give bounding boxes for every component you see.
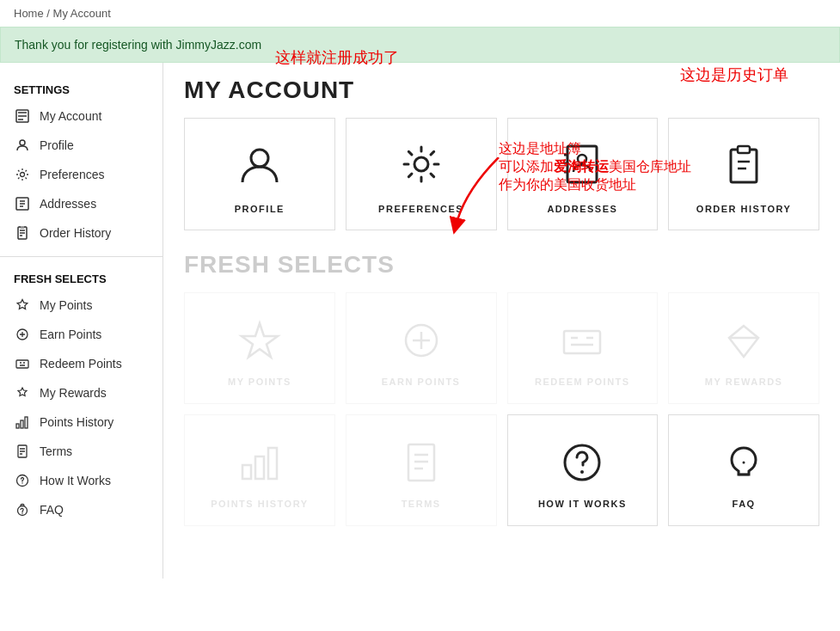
card-preferences[interactable]: PREFERENCES	[346, 118, 497, 230]
card-addresses[interactable]: ADDRESSES	[507, 118, 659, 230]
card-label-earn-points: EARN POINTS	[382, 377, 461, 387]
order-history-icon	[14, 224, 31, 242]
person-icon	[238, 143, 281, 192]
sidebar-label-how-it-works: How It Works	[40, 474, 111, 487]
sidebar-item-preferences[interactable]: Preferences	[0, 160, 162, 189]
card-label-redeem-points: REDEEM POINTS	[535, 377, 630, 387]
sidebar-item-earn-points[interactable]: Earn Points	[0, 320, 162, 349]
document-icon	[400, 441, 443, 487]
svg-point-13	[21, 482, 22, 483]
rewards-icon	[14, 384, 31, 401]
svg-rect-25	[255, 456, 264, 479]
sidebar-label-order-history: Order History	[40, 226, 111, 240]
profile-icon	[14, 137, 31, 154]
sidebar-label-my-account: My Account	[40, 109, 101, 123]
sidebar-item-my-rewards[interactable]: My Rewards	[0, 378, 162, 407]
redeem-icon	[14, 355, 31, 372]
sidebar-label-preferences: Preferences	[40, 168, 104, 181]
sidebar-label-addresses: Addresses	[40, 197, 96, 211]
sidebar-label-my-rewards: My Rewards	[40, 386, 107, 400]
sidebar-label-my-points: My Points	[40, 298, 92, 312]
settings-section-title: SETTINGS	[0, 77, 162, 101]
svg-point-15	[21, 513, 22, 514]
svg-point-19	[578, 155, 586, 163]
card-redeem-points[interactable]: REDEEM POINTS	[507, 292, 659, 404]
svg-rect-20	[731, 150, 757, 182]
sidebar-item-profile[interactable]: Profile	[0, 131, 162, 160]
svg-rect-26	[268, 448, 277, 479]
sidebar-item-my-account[interactable]: My Account	[0, 101, 162, 131]
sidebar-divider	[0, 256, 162, 257]
card-order-history[interactable]: ORDER HISTORY	[668, 118, 819, 230]
card-my-points[interactable]: MY POINTS	[184, 292, 335, 404]
card-label-my-rewards: MY REWARDS	[705, 377, 783, 387]
card-profile[interactable]: PROFILE	[184, 118, 335, 230]
how-it-works-icon	[14, 472, 31, 489]
svg-point-1	[20, 140, 25, 145]
svg-point-17	[414, 157, 428, 171]
breadcrumb: Home / My Account	[0, 0, 840, 27]
card-label-faq: FAQ	[733, 499, 756, 509]
card-faq[interactable]: FAQ	[668, 414, 819, 526]
faq-icon	[14, 501, 31, 518]
sidebar-label-faq: FAQ	[40, 503, 64, 517]
lightbulb-icon	[722, 441, 765, 487]
card-earn-points[interactable]: EARN POINTS	[346, 292, 497, 404]
svg-rect-5	[20, 226, 25, 228]
account-icon	[14, 107, 31, 125]
sidebar-item-redeem-points[interactable]: Redeem Points	[0, 349, 162, 378]
breadcrumb-current: My Account	[53, 7, 111, 20]
svg-point-29	[580, 470, 584, 474]
settings-cards-grid: PROFILE PREFERENCES ADDRESSES ORDER HIST…	[184, 118, 819, 230]
sidebar-item-points-history[interactable]: Points History	[0, 407, 162, 437]
svg-rect-23	[564, 331, 600, 353]
question-circle-icon	[561, 441, 604, 487]
earn-icon	[14, 326, 31, 343]
breadcrumb-home[interactable]: Home	[14, 7, 44, 20]
clipboard-icon	[722, 143, 765, 192]
addresses-icon	[14, 195, 31, 212]
main-content: 这边是历史订单 MY ACCOUNT PROFILE PREFERENCES	[163, 63, 840, 579]
svg-rect-21	[738, 146, 750, 153]
sidebar-item-how-it-works[interactable]: How It Works	[0, 466, 162, 495]
annotation-order-history: 这边是历史订单	[680, 64, 788, 85]
card-my-rewards[interactable]: MY REWARDS	[668, 292, 819, 404]
points-history-icon	[14, 414, 31, 431]
sidebar-item-my-points[interactable]: My Points	[0, 291, 162, 320]
sidebar-item-faq[interactable]: FAQ	[0, 495, 162, 524]
fresh-cards-row1: MY POINTS EARN POINTS REDEEM POINTS MY R…	[184, 292, 819, 404]
card-label-preferences: PREFERENCES	[378, 204, 463, 214]
svg-point-2	[21, 173, 25, 177]
svg-rect-7	[16, 360, 28, 368]
terms-icon	[14, 443, 31, 460]
card-label-profile: PROFILE	[235, 204, 285, 214]
sidebar-item-addresses[interactable]: Addresses	[0, 189, 162, 218]
diamond-icon	[722, 319, 765, 365]
fresh-cards-row2: POINTS HISTORY TERMS HOW IT WORKS FAQ	[184, 414, 819, 526]
bar-chart-icon	[238, 441, 281, 487]
sidebar-item-terms[interactable]: Terms	[0, 437, 162, 466]
svg-rect-24	[242, 465, 251, 479]
sidebar-label-terms: Terms	[40, 444, 72, 458]
sidebar-label-profile: Profile	[40, 138, 74, 152]
redeem-card-icon	[561, 319, 604, 365]
sidebar: SETTINGS My Account Profile Preferences …	[0, 63, 163, 579]
star-card-icon	[238, 319, 281, 365]
card-label-addresses: ADDRESSES	[547, 204, 617, 214]
svg-rect-9	[21, 420, 23, 428]
earn-points-card-icon	[400, 319, 443, 365]
sidebar-label-earn-points: Earn Points	[40, 328, 101, 341]
contacts-icon	[561, 143, 604, 192]
sidebar-label-redeem-points: Redeem Points	[40, 357, 122, 371]
fresh-selects-section-title: FRESH SELECTS	[0, 266, 162, 291]
card-label-terms: TERMS	[402, 499, 441, 509]
card-points-history[interactable]: POINTS HISTORY	[184, 414, 335, 526]
sidebar-item-order-history[interactable]: Order History	[0, 218, 162, 248]
card-terms[interactable]: TERMS	[346, 414, 497, 526]
sidebar-label-points-history: Points History	[40, 415, 113, 429]
card-how-it-works[interactable]: HOW IT WORKS	[507, 414, 659, 526]
star-icon	[14, 297, 31, 314]
card-label-how-it-works: HOW IT WORKS	[538, 499, 627, 509]
svg-point-30	[743, 461, 745, 463]
svg-rect-10	[25, 417, 28, 428]
